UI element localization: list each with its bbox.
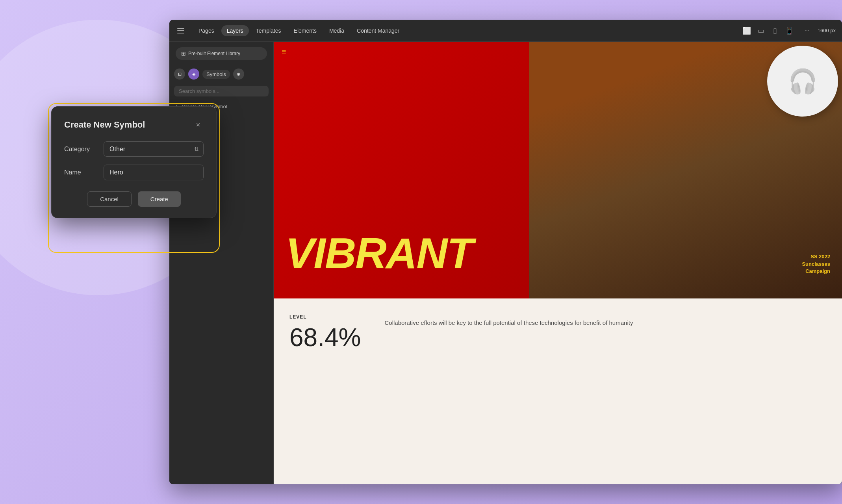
px-display: 1600 px <box>818 28 836 33</box>
cancel-button[interactable]: Cancel <box>87 191 132 207</box>
modal-category-field: Category Other ⇅ <box>64 141 204 157</box>
headphone-visual: 🎧 <box>767 46 838 117</box>
modal-close-button[interactable]: × <box>193 119 204 130</box>
menu-icon[interactable] <box>176 24 188 37</box>
tab-media[interactable]: Media <box>324 25 350 36</box>
tablet-portrait-icon[interactable]: ▯ <box>770 27 781 35</box>
name-label: Name <box>64 169 104 176</box>
more-button[interactable]: ··· <box>801 26 812 36</box>
sidebar-tab-icon-3[interactable]: ⊕ <box>233 69 244 80</box>
hero-person-image: 🎧 <box>529 42 842 298</box>
sidebar-header: Pre-built Element Library <box>169 42 273 65</box>
campaign-sub2: Campaign <box>802 268 830 275</box>
name-input[interactable] <box>104 165 204 180</box>
campaign-sub: Sunclasses <box>802 261 830 268</box>
tablet-landscape-icon[interactable]: ▭ <box>755 27 766 35</box>
tab-content-manager[interactable]: Content Manager <box>351 25 405 36</box>
desc-text: Collaborative efforts will be key to the… <box>384 318 826 328</box>
category-select[interactable]: Other <box>104 141 204 157</box>
sidebar-tabs: ⊡ ◈ Symbols ⊕ <box>169 65 273 83</box>
sidebar-tab-icon-1[interactable]: ⊡ <box>174 69 185 80</box>
sidebar-tab-icon-2[interactable]: ◈ <box>188 69 199 80</box>
toolbar: Pages Layers Templates Elements Media Co… <box>169 20 842 42</box>
campaign-year: SS 2022 <box>802 253 830 260</box>
modal-title: Create New Symbol <box>64 120 145 130</box>
level-value: 68.4% <box>289 323 361 352</box>
bottom-section: LEVEL 68.4% Collaborative efforts will b… <box>274 298 842 484</box>
campaign-text: SS 2022 Sunclasses Campaign <box>802 253 830 275</box>
pre-built-library-button[interactable]: Pre-built Element Library <box>176 47 267 60</box>
modal-name-field: Name <box>64 165 204 180</box>
device-icons: ⬜ ▭ ▯ 📱 <box>741 27 795 35</box>
hero-section: ≡ HOME ABOUT SE... 🎧 VIBRANT SS 2022 Sun… <box>274 42 842 298</box>
app-window: Pages Layers Templates Elements Media Co… <box>169 20 842 484</box>
tab-templates[interactable]: Templates <box>250 25 287 36</box>
headphone-image: 🎧 <box>767 46 838 117</box>
modal-actions: Cancel Create <box>64 191 204 207</box>
desc-block: Collaborative efforts will be key to the… <box>384 314 826 469</box>
level-block: LEVEL 68.4% <box>289 314 361 469</box>
vibrant-text: VIBRANT <box>286 232 473 275</box>
modal-overlay: Create New Symbol × Category Other ⇅ Nam… <box>51 106 217 218</box>
modal-header: Create New Symbol × <box>64 119 204 130</box>
tab-elements[interactable]: Elements <box>288 25 322 36</box>
category-label: Category <box>64 146 104 153</box>
create-symbol-modal: Create New Symbol × Category Other ⇅ Nam… <box>51 106 217 218</box>
canvas: ≡ HOME ABOUT SE... 🎧 VIBRANT SS 2022 Sun… <box>274 42 842 484</box>
level-label: LEVEL <box>289 314 361 320</box>
search-input[interactable] <box>174 86 269 96</box>
hero-hamburger-icon: ≡ <box>282 47 286 56</box>
sidebar-tab-symbols[interactable]: Symbols <box>202 70 230 79</box>
tab-layers[interactable]: Layers <box>221 25 249 36</box>
tab-pages[interactable]: Pages <box>193 25 220 36</box>
category-select-wrapper: Other ⇅ <box>104 141 204 157</box>
desktop-icon[interactable]: ⬜ <box>741 27 752 35</box>
create-button[interactable]: Create <box>138 191 181 207</box>
mobile-icon[interactable]: 📱 <box>784 27 795 35</box>
